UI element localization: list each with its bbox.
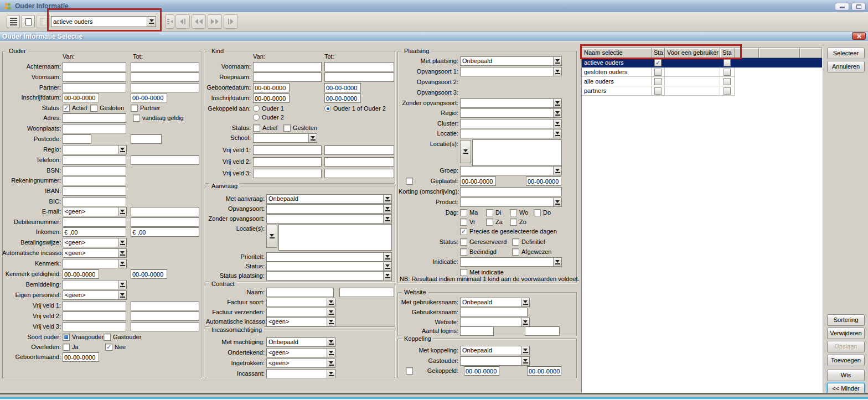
partner-input-2[interactable] (131, 83, 199, 92)
partner-checkbox-3[interactable]: Partner (131, 104, 160, 112)
vraagouder-checkbox[interactable]: Vraagouder (63, 333, 104, 341)
aantal-logins-input[interactable] (460, 326, 494, 336)
vrij-veld-1-input[interactable] (63, 301, 126, 310)
partner-input[interactable] (63, 83, 126, 92)
ouder-1-radio[interactable]: Ouder 1 (253, 105, 284, 112)
dropdown-button[interactable] (118, 280, 126, 289)
list-item-partners[interactable]: partners (582, 86, 822, 96)
e-mail-combo[interactable]: <geen> (63, 207, 127, 216)
dropdown-button[interactable] (118, 238, 126, 247)
vrij-veld-3-input[interactable] (63, 322, 126, 331)
factuur-soort-combo[interactable] (266, 298, 335, 307)
annuleren-button[interactable]: Annuleren (827, 61, 865, 72)
dropdown-button[interactable] (383, 215, 391, 223)
geboortedatum-input[interactable] (253, 83, 290, 92)
dropdown-button[interactable] (383, 272, 391, 280)
inkomen-input[interactable] (63, 227, 126, 237)
met-aanvraag-combo[interactable]: Onbepaald (266, 194, 392, 204)
standaard-checkbox-2[interactable] (724, 78, 731, 85)
met-indicatie-checkbox[interactable]: Met indicatie (460, 268, 504, 276)
standaard-checkbox-2[interactable] (724, 69, 731, 76)
gastouder-checkbox-2[interactable]: Gastouder (104, 333, 141, 341)
vrij-veld-3-input[interactable] (253, 169, 322, 178)
ondertekend-combo[interactable]: <geen> (266, 348, 335, 357)
factuur-verzenden-combo[interactable] (266, 308, 335, 317)
met-gebruikersnaam-combo[interactable]: Onbepaald (460, 298, 530, 307)
wo-checkbox-3[interactable]: Wo (510, 209, 528, 216)
gebruikersnaam-input[interactable] (460, 308, 528, 317)
opslaan-button[interactable]: Opslaan (827, 341, 865, 352)
vr-checkbox[interactable]: Vr (460, 218, 476, 226)
locatie-s-listbox[interactable] (278, 224, 392, 251)
inschrijfdatum-input-2[interactable] (131, 93, 167, 102)
dropdown-button[interactable] (553, 120, 561, 128)
website-combo[interactable] (460, 318, 530, 327)
vandaag-geldig-checkbox-2[interactable]: vandaag geldig (133, 114, 184, 122)
zonder-opvangsoort-combo[interactable] (460, 98, 562, 108)
dropdown-button[interactable] (118, 291, 126, 299)
do-checkbox-4[interactable]: Do (534, 209, 551, 216)
dropdown-button[interactable] (553, 167, 561, 175)
nav-last-button[interactable] (224, 14, 238, 29)
standaard-checkbox-2[interactable] (724, 59, 731, 66)
voornaam-input[interactable] (253, 62, 322, 71)
geplaatst-input-2[interactable] (460, 176, 496, 186)
vrij-veld-2-input[interactable] (253, 157, 322, 167)
gesloten-checkbox-2[interactable]: Gesloten (283, 124, 317, 132)
voornaam-input[interactable] (63, 72, 126, 82)
list-item-alle-ouders[interactable]: alle ouders (582, 77, 822, 86)
dropdown-button[interactable] (118, 146, 126, 154)
dropdown-button[interactable] (383, 195, 391, 203)
new-button[interactable] (22, 15, 35, 28)
nav-next-button[interactable] (208, 14, 222, 29)
aantal-logins-input-2[interactable] (525, 326, 560, 336)
opvangsoort-combo[interactable] (266, 204, 392, 214)
dropdown-button[interactable] (327, 308, 335, 316)
standaard-checkbox-2[interactable] (724, 87, 731, 95)
debiteurnummer-input[interactable] (63, 217, 126, 227)
locatie-combo[interactable] (460, 129, 562, 138)
dropdown-button[interactable] (308, 134, 317, 142)
regio-combo[interactable] (63, 145, 127, 154)
standaard-checkbox[interactable] (654, 87, 662, 95)
dropdown-button[interactable] (553, 198, 561, 206)
ouder-1-of-ouder-2-radio[interactable]: Ouder 1 of Ouder 2 (324, 105, 386, 112)
vrij-veld-2-input-2[interactable] (324, 157, 394, 167)
vrij-veld-3-input-2[interactable] (324, 169, 394, 178)
toevoegen-button[interactable]: Toevoegen (827, 355, 865, 366)
verwijderen-button[interactable]: Verwijderen (827, 328, 865, 339)
status-combo[interactable] (266, 262, 392, 271)
maximize-button[interactable] (851, 3, 866, 11)
geboortemaand-input[interactable] (63, 352, 99, 362)
voornaam-input-2[interactable] (131, 72, 199, 82)
actief-checkbox[interactable]: ✓Actief (63, 104, 87, 112)
gesloten-checkbox-2[interactable]: Gesloten (90, 104, 124, 112)
dropdown-button[interactable] (383, 205, 391, 213)
list-item-gesloten-ouders[interactable]: gesloten ouders (582, 67, 822, 77)
dropdown-button[interactable] (521, 298, 529, 307)
gekoppeld-input-3[interactable] (527, 366, 561, 376)
ma-checkbox[interactable]: Ma (460, 209, 478, 216)
inidicatie-combo[interactable] (460, 257, 562, 267)
vrij-veld-2-input[interactable] (63, 311, 126, 321)
nav-options-button[interactable] (165, 14, 174, 29)
inkomen-input-2[interactable] (131, 227, 199, 237)
definitief-checkbox-2[interactable]: Definitief (512, 238, 545, 246)
precies-de-geselecteerde-dagen-checkbox[interactable]: ✓Precies de geselecteerde dagen (460, 227, 557, 235)
dropdown-button[interactable] (327, 298, 335, 307)
postcode-input[interactable] (63, 134, 91, 144)
nav-first-button[interactable] (175, 14, 190, 29)
naam-input[interactable] (266, 288, 334, 297)
dropdown-button[interactable] (553, 99, 561, 107)
met-plaatsing-combo[interactable]: Onbepaald (460, 56, 562, 66)
gekoppeld-checkbox[interactable] (406, 367, 413, 375)
dropdown-button[interactable] (327, 318, 335, 326)
gastouder-combo[interactable] (460, 356, 530, 366)
dropdown-button[interactable] (118, 259, 126, 268)
kenmerk-geldigheid-input-2[interactable] (131, 269, 167, 279)
di-checkbox-2[interactable]: Di (486, 209, 501, 216)
standaard-checkbox[interactable]: ✓ (654, 59, 662, 66)
debiteurnummer-input-2[interactable] (131, 217, 199, 227)
dropdown-button[interactable] (553, 67, 561, 76)
dropdown-button[interactable] (327, 359, 335, 367)
